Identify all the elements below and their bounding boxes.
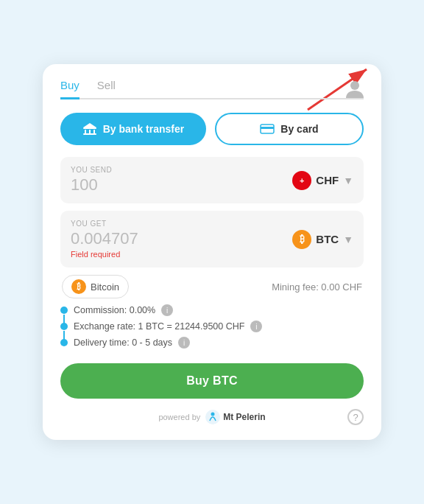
svg-rect-5: [89, 130, 91, 133]
tab-buy[interactable]: Buy: [60, 79, 80, 99]
chf-badge: + CHF: [292, 171, 339, 190]
delivery-row: Delivery time: 0 - 5 days i: [60, 337, 364, 349]
commission-info-icon[interactable]: i: [161, 304, 173, 316]
pelerin-brand-text: Mt Pelerin: [223, 412, 265, 422]
tabs-container: Buy Sell: [60, 79, 364, 99]
svg-rect-6: [93, 130, 95, 133]
footer: powered by Mt Pelerin ?: [60, 409, 364, 425]
buy-button[interactable]: Buy BTC: [60, 363, 364, 399]
btc-label: BTC: [316, 233, 339, 245]
exchange-dot: [60, 323, 68, 330]
bank-transfer-button[interactable]: By bank transfer: [60, 113, 206, 145]
send-currency-selector[interactable]: + CHF ▼: [292, 171, 353, 190]
pelerin-logo-icon: [205, 409, 221, 425]
exchange-info-icon[interactable]: i: [250, 321, 262, 332]
svg-rect-3: [83, 127, 96, 129]
commission-text: Commission: 0.00%: [74, 305, 155, 315]
card-icon: [260, 124, 275, 134]
exchange-rate-row: Exchange rate: 1 BTC = 21244.9500 CHF i: [60, 321, 364, 332]
send-row: YOU SEND 100 + CHF ▼: [60, 157, 364, 203]
commission-row: Commission: 0.00% i: [60, 304, 364, 316]
mining-fee-text: Mining fee: 0.00 CHF: [272, 281, 362, 293]
btc-icon: ₿: [292, 230, 311, 249]
send-value[interactable]: 100: [71, 175, 112, 195]
tab-sell[interactable]: Sell: [97, 79, 116, 99]
delivery-dot: [60, 339, 68, 346]
powered-by-text: powered by: [158, 413, 200, 421]
get-chevron-icon: ▼: [343, 234, 353, 245]
bank-icon: [82, 122, 97, 136]
chf-icon: +: [292, 171, 311, 190]
send-label: YOU SEND: [71, 166, 112, 174]
coin-left: ₿ Bitcoin: [62, 275, 129, 298]
send-chevron-icon: ▼: [343, 175, 353, 186]
get-label: YOU GET: [71, 220, 138, 228]
chf-label: CHF: [316, 174, 339, 186]
bank-transfer-label: By bank transfer: [103, 123, 184, 135]
btc-badge: ₿ BTC: [292, 230, 339, 249]
get-left: YOU GET 0.004707 Field required: [71, 220, 138, 259]
exchange-rate-text: Exchange rate: 1 BTC = 21244.9500 CHF: [74, 321, 244, 332]
pelerin-logo: Mt Pelerin: [205, 409, 265, 425]
details-section: Commission: 0.00% i Exchange rate: 1 BTC…: [60, 304, 364, 353]
coin-row: ₿ Bitcoin Mining fee: 0.00 CHF: [60, 275, 364, 298]
commission-dot: [60, 307, 68, 314]
card-label: By card: [280, 123, 318, 135]
field-required-text: Field required: [71, 250, 138, 259]
get-value[interactable]: 0.004707: [71, 229, 138, 248]
delivery-text: Delivery time: 0 - 5 days: [74, 337, 172, 348]
get-row: YOU GET 0.004707 Field required ₿ BTC ▼: [60, 211, 364, 267]
payment-buttons: By bank transfer By card: [60, 113, 364, 145]
svg-point-12: [211, 413, 215, 416]
svg-marker-8: [83, 123, 96, 127]
help-icon[interactable]: ?: [347, 409, 364, 425]
main-card: Buy Sell By bank transfer By card: [43, 64, 381, 440]
bitcoin-name: Bitcoin: [91, 281, 119, 293]
bitcoin-selector[interactable]: ₿ Bitcoin: [62, 275, 129, 298]
svg-rect-10: [261, 127, 274, 129]
delivery-info-icon[interactable]: i: [178, 337, 190, 349]
bitcoin-pill-icon: ₿: [71, 279, 86, 294]
get-currency-selector[interactable]: ₿ BTC ▼: [292, 230, 353, 249]
svg-rect-4: [85, 130, 86, 133]
card-button[interactable]: By card: [215, 113, 364, 145]
send-left: YOU SEND 100: [71, 166, 112, 195]
svg-rect-7: [83, 133, 96, 135]
